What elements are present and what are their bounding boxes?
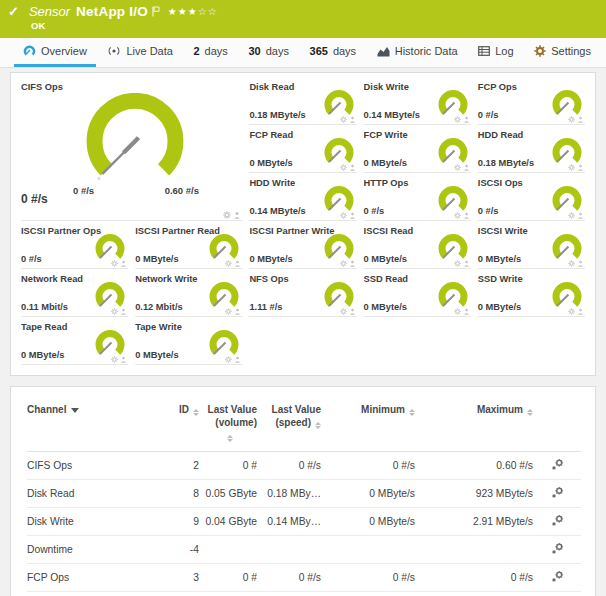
gauge-tile-ssd-write[interactable]: SSD Write 0 MByte/s — [478, 271, 585, 317]
gauge-settings-gear-icon[interactable] — [225, 260, 232, 267]
tab-label: Live Data — [126, 45, 172, 57]
gauge-settings-gear-icon[interactable] — [568, 212, 575, 219]
table-row: Downtime -4 — [27, 536, 581, 564]
gauge-person-icon[interactable] — [577, 116, 584, 123]
gauge-tile-fcp-ops[interactable]: FCP Ops 0 #/s — [478, 79, 585, 125]
cell-last-value-speed: 0 MByte/s — [257, 592, 321, 596]
gauge-settings-gear-icon[interactable] — [340, 308, 347, 315]
gauge-person-icon[interactable] — [234, 356, 241, 363]
gauge-person-icon[interactable] — [120, 260, 127, 267]
gauge-person-icon[interactable] — [234, 260, 241, 267]
gauge-tile-iscsi-write[interactable]: ISCSI Write 0 MByte/s — [478, 223, 585, 269]
gauge-tile-http-ops[interactable]: HTTP Ops 0 #/s — [364, 175, 471, 221]
gauge-settings-gear-icon[interactable] — [568, 260, 575, 267]
gauge-settings-gear-icon[interactable] — [454, 212, 461, 219]
gauge-person-icon[interactable] — [577, 308, 584, 315]
gauge-person-icon[interactable] — [349, 164, 356, 171]
gauge-tile-disk-read[interactable]: Disk Read 0.18 MByte/s — [249, 79, 356, 125]
gauge-person-icon[interactable] — [120, 308, 127, 315]
gauge-tile-iscsi-partner-ops[interactable]: ISCSI Partner Ops 0 #/s — [21, 223, 128, 269]
col-header-minimum[interactable]: Minimum — [321, 401, 415, 452]
gauge-settings-gear-icon[interactable] — [111, 356, 118, 363]
channel-settings-gear-icon[interactable] — [551, 514, 564, 527]
col-header-last-value-speed[interactable]: Last Value (speed) — [257, 401, 321, 452]
channel-settings-gear-icon[interactable] — [551, 542, 564, 555]
gauge-value: 0 #/s — [21, 254, 42, 264]
gauge-tile-network-read[interactable]: Network Read 0.11 Mbit/s — [21, 271, 128, 317]
gauge-tile-iscsi-partner-write[interactable]: ISCSI Partner Write 0 MByte/s — [249, 223, 356, 269]
gauge-tile-hdd-read[interactable]: HDD Read 0.18 MByte/s — [478, 127, 585, 173]
gauge-tile-iscsi-ops[interactable]: ISCSI Ops 0 #/s — [478, 175, 585, 221]
col-header-last-value-volume[interactable]: Last Value (volume) — [199, 401, 257, 452]
gauge-settings-gear-icon[interactable] — [340, 260, 347, 267]
gauge-value: 0 #/s — [21, 192, 48, 206]
gauge-settings-gear-icon[interactable] — [340, 116, 347, 123]
gauge-person-icon[interactable] — [349, 260, 356, 267]
gauge-settings-gear-icon[interactable] — [454, 308, 461, 315]
tab-historic-data[interactable]: Historic Data — [368, 38, 467, 67]
col-header-id[interactable]: ID — [159, 401, 199, 452]
gauge-settings-gear-icon[interactable] — [223, 211, 231, 219]
gauge-tile-nfs-ops[interactable]: NFS Ops 1.11 #/s — [249, 271, 356, 317]
gauge-tile-disk-write[interactable]: Disk Write 0.14 MByte/s — [364, 79, 471, 125]
gauge-settings-gear-icon[interactable] — [111, 308, 118, 315]
col-header-maximum[interactable]: Maximum — [415, 401, 533, 452]
tab-live-data[interactable]: Live Data — [98, 38, 181, 67]
gauge-tile-fcp-write[interactable]: FCP Write 0 MByte/s — [364, 127, 471, 173]
channel-settings-gear-icon[interactable] — [551, 570, 564, 583]
gauge-person-icon[interactable] — [463, 164, 470, 171]
gauge-value: 0 #/s — [364, 206, 385, 216]
col-header-channel[interactable]: Channel — [27, 401, 159, 452]
gauge-person-icon[interactable] — [349, 308, 356, 315]
gauge-person-icon[interactable] — [577, 164, 584, 171]
priority-stars[interactable]: ★★★☆☆ — [168, 6, 218, 17]
cell-last-value-speed: 0 #/s — [257, 452, 321, 480]
gauge-tile-fcp-read[interactable]: FCP Read 0 MByte/s — [249, 127, 356, 173]
gauge-person-icon[interactable] — [463, 260, 470, 267]
gauge-settings-gear-icon[interactable] — [454, 260, 461, 267]
gauge-value: 0.11 Mbit/s — [21, 302, 68, 312]
gear-icon — [534, 45, 546, 57]
gauge-person-icon[interactable] — [463, 212, 470, 219]
gauge-tile-tape-read[interactable]: Tape Read 0 MByte/s — [21, 319, 128, 365]
gauge-settings-gear-icon[interactable] — [568, 164, 575, 171]
gauge-settings-gear-icon[interactable] — [340, 212, 347, 219]
gauge-tile-iscsi-read[interactable]: ISCSI Read 0 MByte/s — [364, 223, 471, 269]
gauge-person-icon[interactable] — [577, 212, 584, 219]
cell-channel: Downtime — [27, 536, 159, 564]
gauge-icon — [23, 45, 36, 57]
gauge-tile-iscsi-partner-read[interactable]: ISCSI Partner Read 0 MByte/s — [135, 223, 242, 269]
tab-30-days[interactable]: 30 days — [239, 38, 298, 67]
gauge-tile-cifs-ops[interactable]: CIFS Ops x 0 #/s 0.60 #/s 0 #/s — [21, 79, 242, 221]
gauge-person-icon[interactable] — [463, 116, 470, 123]
gauge-settings-gear-icon[interactable] — [568, 308, 575, 315]
tab-log[interactable]: Log — [469, 38, 522, 67]
gauge-tile-ssd-read[interactable]: SSD Read 0 MByte/s — [364, 271, 471, 317]
tab-overview[interactable]: Overview — [14, 38, 96, 67]
gauge-person-icon[interactable] — [120, 356, 127, 363]
cell-last-value-volume: 0.04 GByte — [199, 508, 257, 536]
gauge-tile-tape-write[interactable]: Tape Write 0 MByte/s — [135, 319, 242, 365]
gauge-person-icon[interactable] — [577, 260, 584, 267]
gauge-settings-gear-icon[interactable] — [225, 308, 232, 315]
gauge-settings-gear-icon[interactable] — [225, 356, 232, 363]
gauge-person-icon[interactable] — [349, 116, 356, 123]
gauge-settings-gear-icon[interactable] — [340, 164, 347, 171]
channel-settings-gear-icon[interactable] — [551, 458, 564, 471]
gauge-person-icon[interactable] — [463, 308, 470, 315]
gauge-settings-gear-icon[interactable] — [568, 116, 575, 123]
gauge-settings-gear-icon[interactable] — [454, 116, 461, 123]
tab-settings[interactable]: Settings — [525, 38, 600, 67]
gauge-settings-gear-icon[interactable] — [111, 260, 118, 267]
gauge-person-icon[interactable] — [233, 211, 241, 219]
tab-365-days[interactable]: 365 days — [301, 38, 366, 67]
gauge-tile-hdd-write[interactable]: HDD Write 0.14 MByte/s — [249, 175, 356, 221]
gauge-tile-network-write[interactable]: Network Write 0.12 Mbit/s — [135, 271, 242, 317]
gauge-value: 0 #/s — [478, 206, 499, 216]
channel-settings-gear-icon[interactable] — [551, 486, 564, 499]
gauge-person-icon[interactable] — [349, 212, 356, 219]
tab-2-days[interactable]: 2 days — [184, 38, 236, 67]
gauge-person-icon[interactable] — [234, 308, 241, 315]
overview-gauges-panel: CIFS Ops x 0 #/s 0.60 #/s 0 #/s Disk Rea… — [10, 72, 596, 376]
gauge-settings-gear-icon[interactable] — [454, 164, 461, 171]
